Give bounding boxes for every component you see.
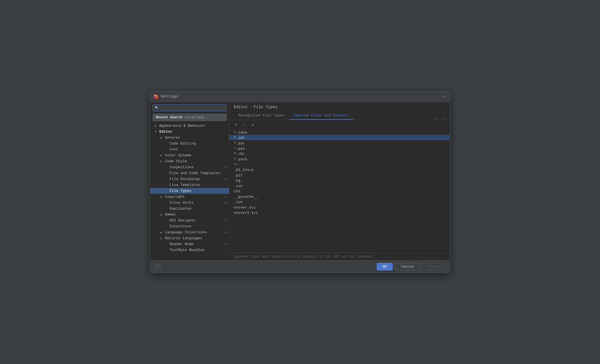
add-button[interactable]: + — [233, 122, 239, 128]
chevron-right-icon: ▶ — [160, 213, 164, 216]
close-button[interactable]: ✕ — [441, 94, 446, 99]
file-list-item[interactable]: vssver.scc — [229, 205, 450, 210]
sidebar-item-label: Natural Languages — [165, 236, 202, 240]
search-area: 🔍 — [150, 102, 229, 114]
file-list-item[interactable]: __pycache__ — [229, 194, 450, 199]
sidebar-item-label: General — [165, 136, 180, 140]
sidebar-item-duplicates[interactable]: Duplicates — [150, 206, 229, 212]
app-icon — [154, 94, 158, 99]
sidebar-item-label: Editor — [159, 130, 173, 134]
file-list-item[interactable]: .DS_Store — [229, 167, 450, 172]
sidebar-item-label: Color Scheme — [165, 153, 191, 157]
apply-button[interactable]: Apply — [422, 263, 445, 270]
sidebar-item-label: Emmet — [165, 212, 176, 217]
file-list-item[interactable]: *.pyo — [229, 146, 450, 151]
sidebar-item-language-injections[interactable]: ▶ Language Injections ⊞ — [150, 229, 229, 235]
settings-icon: ⊞ — [225, 242, 227, 246]
sidebar-item-label: Inspections — [169, 165, 194, 169]
sidebar-item-font[interactable]: Font — [150, 147, 229, 152]
chevron-right-icon: ▶ — [160, 136, 164, 139]
ok-button[interactable]: OK — [377, 263, 393, 270]
sidebar-item-general[interactable]: ▶ General — [150, 135, 229, 141]
sidebar-item-file-encodings[interactable]: File Encodings ⊞ — [150, 176, 229, 182]
sidebar-item-color-scheme[interactable]: ▶ Color Scheme — [150, 152, 229, 158]
file-list-item[interactable]: *.pyc — [229, 140, 450, 146]
recent-search-shortcut: Alt+向下箭头 — [185, 115, 204, 119]
window-title: Settings — [160, 94, 441, 99]
file-list-item[interactable]: .git — [229, 172, 450, 178]
panel-body: + − ✎ *.idea*.iml*.pyc*.pyo*.rbc*.yarb*~… — [229, 120, 450, 260]
status-text: Ignored files and folders are not visibl… — [229, 253, 450, 260]
sidebar-item-reader-mode[interactable]: Reader Mode ⊞ — [150, 241, 229, 247]
breadcrumb-parent: Editor — [234, 105, 248, 109]
panel-header: Editor › File Types ← → Recognized File … — [229, 102, 450, 120]
action-buttons: OK Cancel Apply — [377, 263, 445, 270]
sidebar-item-live-templates[interactable]: Live Templates — [150, 182, 229, 188]
chevron-right-icon: ▶ — [155, 124, 159, 128]
nav-controls: ← → — [433, 116, 445, 122]
tab-ignored-files-folders[interactable]: Ignored Files and Folders — [289, 112, 353, 120]
sidebar-item-appearance[interactable]: ▶ Appearance & Behavior — [150, 123, 229, 129]
search-input[interactable] — [153, 104, 227, 111]
settings-icon: ⊞ — [225, 165, 227, 169]
sidebar-item-label: File Encodings — [169, 177, 200, 181]
edit-button[interactable]: ✎ — [250, 122, 256, 128]
sidebar-item-textmate[interactable]: TextMate Bundles — [150, 247, 229, 253]
sidebar-item-copyright[interactable]: ▶ Copyright ⊞ — [150, 194, 229, 200]
file-list-item[interactable]: CVS — [229, 188, 450, 194]
sidebar-item-label: Code Editing — [169, 141, 196, 146]
sidebar-item-code-style[interactable]: ▶ Code Style — [150, 158, 229, 164]
file-list-item[interactable]: *.idea — [229, 130, 450, 135]
sidebar-item-natural-languages[interactable]: ▶ Natural Languages — [150, 235, 229, 241]
chevron-right-icon: ▶ — [160, 160, 164, 163]
chevron-down-icon: ▼ — [155, 130, 159, 133]
settings-icon: ⊞ — [225, 230, 227, 234]
sidebar-item-label: Inlay Hints — [169, 201, 194, 205]
help-button[interactable]: ? — [155, 264, 161, 270]
breadcrumb-separator: › — [250, 105, 252, 109]
toolbar: + − ✎ — [229, 120, 450, 130]
settings-icon: ⊞ — [225, 219, 227, 222]
file-list-item[interactable]: .svn — [229, 183, 450, 188]
bottom-bar: ? OK Cancel Apply — [150, 260, 450, 273]
svg-rect-2 — [156, 95, 157, 96]
sidebar-item-label: GUI Designer — [169, 218, 196, 223]
sidebar-item-code-editing[interactable]: Code Editing — [150, 141, 229, 147]
sidebar-item-gui-designer[interactable]: GUI Designer ⊞ — [150, 217, 229, 223]
back-button[interactable]: ← — [433, 116, 438, 122]
file-list-item[interactable]: .hg — [229, 178, 450, 183]
tab-recognized-file-types[interactable]: Recognized File Types — [234, 112, 289, 120]
recent-search-label: Recent Search — [156, 116, 182, 119]
sidebar-item-emmet[interactable]: ▶ Emmet — [150, 212, 229, 217]
sidebar-item-file-types[interactable]: File Types — [150, 188, 229, 194]
tabs: Recognized File Types Ignored Files and … — [234, 112, 445, 120]
remove-button[interactable]: − — [241, 122, 247, 128]
search-icon: 🔍 — [155, 106, 159, 110]
file-list-item[interactable]: *.yarb — [229, 156, 450, 162]
sidebar-item-intentions[interactable]: Intentions — [150, 223, 229, 229]
svg-rect-4 — [156, 97, 157, 98]
file-list-item[interactable]: *.iml — [229, 135, 450, 140]
breadcrumb: Editor › File Types — [234, 105, 445, 109]
main-panel: Editor › File Types ← → Recognized File … — [229, 102, 450, 260]
sidebar-item-label: Font — [169, 147, 178, 152]
sidebar-item-file-code-templates[interactable]: File and Code Templates — [150, 170, 229, 176]
file-list-item[interactable]: vssver2.scc — [229, 210, 450, 215]
sidebar-item-label: TextMate Bundles — [169, 248, 205, 252]
settings-icon: ⊞ — [225, 195, 227, 199]
sidebar-item-label: Appearance & Behavior — [159, 124, 206, 128]
settings-window: Settings ✕ 🔍 Recent Search Alt+向下箭头 ▶ Ap… — [150, 91, 450, 273]
forward-button[interactable]: → — [440, 116, 445, 122]
file-list-item[interactable]: *.rbc — [229, 151, 450, 156]
chevron-right-icon: ▶ — [160, 195, 164, 199]
svg-rect-0 — [154, 94, 158, 99]
sidebar-item-inspections[interactable]: Inspections ⊞ — [150, 164, 229, 170]
sidebar-item-label: Duplicates — [169, 207, 191, 211]
file-list-item[interactable]: *~ — [229, 162, 450, 167]
svg-rect-1 — [155, 95, 156, 96]
sidebar-item-editor[interactable]: ▼ Editor — [150, 129, 229, 135]
cancel-button[interactable]: Cancel — [395, 263, 420, 270]
breadcrumb-current: File Types — [254, 105, 277, 109]
file-list-item[interactable]: _svn — [229, 199, 450, 205]
sidebar-item-inlay-hints[interactable]: Inlay Hints ⊞ — [150, 200, 229, 206]
